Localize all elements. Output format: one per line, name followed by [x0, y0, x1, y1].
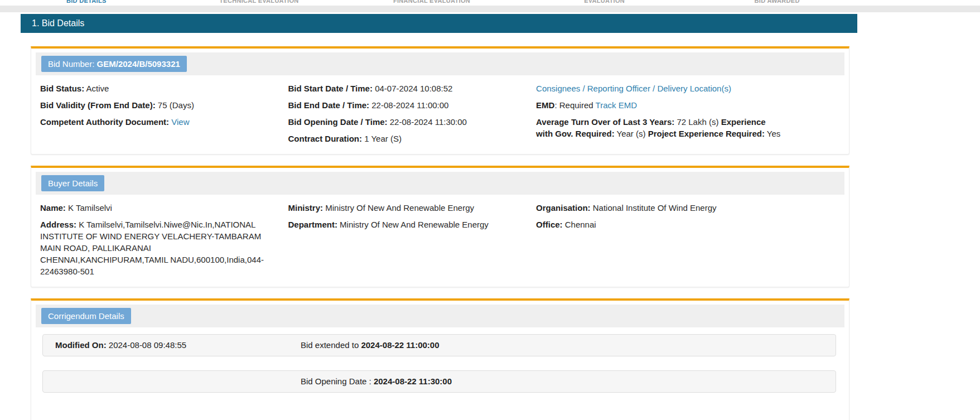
corrigendum-detail: Bid extended to 2024-08-22 11:00:00: [301, 340, 830, 350]
bid-validity-field: Bid Validity (From End Date): 75 (Days): [40, 99, 266, 111]
bid-status-value: Active: [86, 84, 109, 93]
corrigendum-detail: Bid Opening Date : 2024-08-22 11:30:00: [301, 376, 830, 387]
project-experience-label: Project Experience Required:: [648, 129, 765, 138]
emd-label: EMD: [536, 100, 554, 110]
bid-details-col-2: Bid Start Date / Time: 04-07-2024 10:08:…: [288, 83, 537, 149]
turnover-experience-field: Average Turn Over of Last 3 Years: 72 La…: [536, 116, 781, 139]
tabbar-divider: [0, 6, 980, 12]
buyer-ministry-field: Ministry: Ministry Of New And Renewable …: [288, 202, 514, 214]
buyer-col-1: Name: K Tamilselvi Address: K Tamilselvi…: [40, 202, 288, 282]
bid-extended-text: Bid extended to: [301, 340, 361, 350]
consignees-link[interactable]: Consignees / Reporting Officer / Deliver…: [536, 84, 731, 93]
tab-bid-awarded[interactable]: BID AWARDED: [691, 0, 863, 5]
bid-number-label: Bid Number:: [48, 59, 97, 69]
corrigendum-modified-on: Modified On: 2024-08-08 09:48:55: [55, 340, 301, 350]
buyer-organisation-value: National Institute Of Wind Energy: [593, 203, 717, 213]
buyer-office-field: Office: Chennai: [536, 219, 818, 230]
buyer-address-label: Address:: [40, 220, 76, 229]
project-experience-value: Yes: [767, 129, 780, 138]
buyer-department-value: Ministry Of New And Renewable Energy: [340, 220, 489, 229]
bid-start-label: Bid Start Date / Time:: [288, 84, 373, 93]
buyer-col-2: Ministry: Ministry Of New And Renewable …: [288, 202, 537, 282]
corrigendum-row: Bid Opening Date : 2024-08-22 11:30:00: [42, 370, 836, 393]
bid-end-value: 22-08-2024 11:00:00: [371, 100, 448, 110]
consignees-field: Consignees / Reporting Officer / Deliver…: [536, 83, 781, 94]
buyer-details-card-header: Buyer Details: [36, 172, 844, 195]
corrigendum-details-card: Corrigendum Details Modified On: 2024-08…: [31, 298, 849, 420]
bid-start-value: 04-07-2024 10:08:52: [375, 84, 452, 93]
contract-duration-label: Contract Duration:: [288, 134, 363, 143]
buyer-address-field: Address: K Tamilselvi,Tamilselvi.Niwe@Ni…: [40, 219, 266, 277]
corrigendum-details-chip: Corrigendum Details: [41, 308, 131, 324]
avg-turnover-label: Average Turn Over of Last 3 Years:: [536, 117, 674, 127]
bid-validity-value: 75 (Days): [158, 100, 194, 110]
bid-opening-date: 2024-08-22 11:30:00: [374, 376, 452, 386]
buyer-details-card: Buyer Details Name: K Tamilselvi Address…: [31, 166, 849, 287]
bid-status-field: Bid Status: Active: [40, 83, 266, 94]
buyer-ministry-value: Ministry Of New And Renewable Energy: [325, 203, 474, 213]
bid-opening-value: 22-08-2024 11:30:00: [390, 117, 467, 127]
bid-status-label: Bid Status:: [40, 84, 84, 93]
buyer-organisation-label: Organisation:: [536, 203, 591, 213]
bid-end-label: Bid End Date / Time:: [288, 100, 370, 110]
buyer-name-value: K Tamilselvi: [68, 203, 112, 213]
buyer-department-field: Department: Ministry Of New And Renewabl…: [288, 219, 514, 230]
competent-authority-field: Competent Authority Document: View: [40, 116, 266, 128]
buyer-name-label: Name:: [40, 203, 66, 213]
bid-start-field: Bid Start Date / Time: 04-07-2024 10:08:…: [288, 83, 514, 94]
bid-details-card: Bid Number: GEM/2024/B/5093321 Bid Statu…: [31, 46, 849, 155]
bid-validity-label: Bid Validity (From End Date):: [40, 100, 156, 110]
competent-authority-view-link[interactable]: View: [171, 117, 189, 127]
contract-duration-field: Contract Duration: 1 Year (S): [288, 133, 514, 144]
buyer-office-label: Office:: [536, 220, 563, 229]
bid-details-col-1: Bid Status: Active Bid Validity (From En…: [40, 83, 288, 149]
gov-experience-value: Year (s): [617, 129, 646, 138]
contract-duration-value: 1 Year (S): [364, 134, 402, 143]
buyer-ministry-label: Ministry:: [288, 203, 324, 213]
buyer-office-value: Chennai: [565, 220, 596, 229]
bid-details-col-3: Consignees / Reporting Officer / Deliver…: [536, 83, 840, 149]
bid-opening-label: Bid Opening Date / Time:: [288, 117, 388, 127]
bid-number-chip: Bid Number: GEM/2024/B/5093321: [41, 56, 187, 72]
buyer-organisation-field: Organisation: National Institute Of Wind…: [536, 202, 818, 214]
bid-extended-date: 2024-08-22 11:00:00: [361, 340, 439, 350]
buyer-col-3: Organisation: National Institute Of Wind…: [536, 202, 840, 282]
modified-on-label: Modified On:: [55, 340, 107, 350]
corrigendum-modified-on: [55, 376, 301, 387]
bid-opening-text: Bid Opening Date :: [301, 376, 374, 386]
tab-technical-evaluation[interactable]: TECHNICAL EVALUATION: [173, 0, 346, 5]
avg-turnover-value: 72 Lakh (s): [677, 117, 718, 127]
competent-authority-label: Competent Authority Document:: [40, 117, 169, 127]
tab-financial-evaluation[interactable]: FINANCIAL EVALUATION: [345, 0, 518, 5]
tab-evaluation[interactable]: EVALUATION: [518, 0, 691, 5]
buyer-department-label: Department:: [288, 220, 337, 229]
bid-number-value: GEM/2024/B/5093321: [97, 59, 180, 69]
bid-end-field: Bid End Date / Time: 22-08-2024 11:00:00: [288, 99, 514, 111]
bid-details-card-header: Bid Number: GEM/2024/B/5093321: [36, 52, 844, 75]
track-emd-link[interactable]: Track EMD: [596, 100, 637, 110]
corrigendum-row: Modified On: 2024-08-08 09:48:55 Bid ext…: [42, 334, 836, 356]
page-title: 1. Bid Details: [21, 14, 857, 33]
buyer-details-chip: Buyer Details: [41, 175, 104, 191]
buyer-name-field: Name: K Tamilselvi: [40, 202, 266, 214]
corrigendum-card-header: Corrigendum Details: [36, 305, 844, 327]
tab-bid-details[interactable]: BID DETAILS: [0, 0, 173, 5]
evaluation-tabs: BID DETAILS TECHNICAL EVALUATION FINANCI…: [0, 0, 863, 5]
emd-value: : Required: [554, 100, 593, 110]
modified-on-value: 2024-08-08 09:48:55: [109, 340, 186, 350]
emd-field: EMD: Required Track EMD: [536, 99, 781, 111]
bid-opening-field: Bid Opening Date / Time: 22-08-2024 11:3…: [288, 116, 514, 128]
